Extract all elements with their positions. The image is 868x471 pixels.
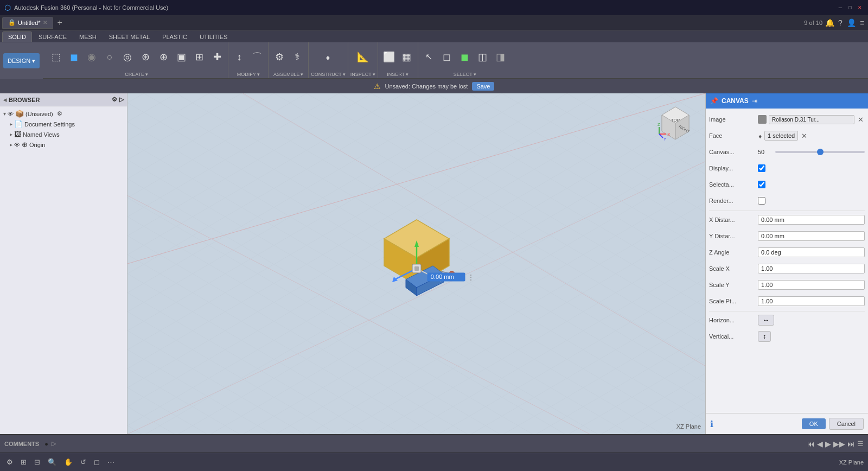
revolve-button[interactable]: ⊞ [190, 47, 208, 67]
playback-play-button[interactable]: ▶ [825, 440, 831, 448]
press-pull-button[interactable]: ↕ [231, 47, 248, 67]
browser-expand-icon[interactable]: ▷ [119, 96, 124, 103]
y-distance-input[interactable]: 0.00 mm [758, 231, 865, 241]
playback-next-button[interactable]: ▶▶ [833, 440, 845, 448]
canvas-opacity-slider[interactable] [775, 151, 865, 153]
tab-solid[interactable]: SOLID [2, 31, 32, 42]
status-more-button[interactable]: ⋯ [105, 457, 117, 467]
coil-button[interactable]: ⊛ [137, 47, 154, 67]
tab-mesh[interactable]: MESH [73, 31, 103, 42]
face-clear-button[interactable]: ✕ [800, 132, 808, 140]
insert-buttons: ⬜ ▦ [380, 43, 416, 71]
free-select-button[interactable]: ◫ [474, 47, 492, 67]
plane-button[interactable]: ⬧ [320, 47, 337, 67]
info-button[interactable]: ℹ [710, 419, 713, 429]
root-settings-icon[interactable]: ⚙ [57, 110, 62, 117]
scale-x-input[interactable]: 1.00 [758, 264, 865, 273]
tab-utilities[interactable]: UTILITIES [194, 31, 233, 42]
new-tab-button[interactable]: + [54, 18, 66, 28]
canvas-panel-expand-btn[interactable]: ⇥ [752, 97, 757, 105]
convert-button[interactable]: ◨ [492, 47, 509, 67]
comments-expand-icon[interactable]: ▷ [52, 440, 56, 447]
z-angle-input[interactable]: 0.0 deg [758, 247, 865, 257]
scale-pt-input[interactable]: 1.00 [758, 296, 865, 306]
insert-mesh-button[interactable]: ⬜ [380, 47, 398, 67]
save-button[interactable]: Save [472, 82, 494, 91]
notification-button[interactable]: 🔔 [826, 19, 833, 27]
paint-select-button[interactable]: ◼ [456, 47, 474, 67]
panel-row-face: Face ⬧ 1 selected ✕ [709, 129, 865, 142]
tab-plastic[interactable]: PLASTIC [156, 31, 193, 42]
display-label: Display... [709, 165, 758, 171]
playback-skip-end-button[interactable]: ⏭ [847, 440, 855, 448]
ok-button[interactable]: OK [802, 418, 826, 429]
design-dropdown-button[interactable]: DESIGN ▾ [3, 53, 40, 68]
browser-item-origin[interactable]: ▸ 👁 ⊕ Origin [0, 139, 127, 150]
vertical-icon-btn[interactable]: ↕ [758, 331, 771, 342]
playback-skip-start-button[interactable]: ⏮ [807, 440, 815, 448]
window-select-button[interactable]: ◻ [438, 47, 456, 67]
browser-item-doc-settings[interactable]: ▸ 📄 Document Settings [0, 119, 127, 129]
root-eye-icon[interactable]: 👁 [8, 111, 14, 117]
tab-close-button[interactable]: ✕ [43, 20, 47, 26]
x-distance-input[interactable]: 0.00 mm [758, 215, 865, 225]
account-button[interactable]: 👤 [847, 19, 855, 27]
status-grid-button[interactable]: ⊟ [32, 457, 42, 467]
sphere-button[interactable]: ○ [101, 47, 118, 67]
cursor-button[interactable]: ↖ [420, 47, 438, 67]
scale-y-input[interactable]: 1.00 [758, 280, 865, 290]
box-button[interactable]: ◼ [65, 47, 82, 67]
cube-nav-svg: TOP RIGHT X Z Y [656, 104, 694, 142]
canvas-pin-icon[interactable]: 📌 [710, 97, 718, 105]
status-zoom-button[interactable]: 🔍 [46, 457, 59, 467]
panel-row-selectable: Selecta... [709, 178, 865, 191]
cylinder-button[interactable]: ◉ [83, 47, 100, 67]
create-more-button[interactable]: ✚ [208, 47, 226, 67]
joint-button[interactable]: ⚙ [271, 47, 288, 67]
close-button[interactable]: ✕ [856, 4, 864, 11]
browser-settings-icon[interactable]: ⚙ [112, 96, 117, 103]
status-pan-button[interactable]: ✋ [62, 457, 75, 467]
status-right: XZ Plane [839, 459, 864, 466]
browser-item-root[interactable]: ▾ 👁 📦 (Unsaved) ⚙ [0, 109, 127, 119]
playback-prev-button[interactable]: ◀ [817, 440, 823, 448]
status-timeline-button[interactable]: ⊞ [18, 457, 29, 467]
menu-button[interactable]: ≡ [858, 19, 866, 27]
maximize-button[interactable]: □ [846, 4, 854, 11]
torus-button[interactable]: ◎ [119, 47, 136, 67]
help-button[interactable]: ? [837, 19, 844, 27]
tab-untitled[interactable]: 🔒 Untitled* ✕ [2, 17, 53, 29]
cube-navigator[interactable]: TOP RIGHT X Z Y [656, 104, 694, 142]
tab-surface[interactable]: SURFACE [33, 31, 73, 42]
status-view-cube-button[interactable]: ◻ [92, 457, 102, 467]
dimension-options-button[interactable]: ⋮ [467, 273, 475, 282]
image-clear-button[interactable]: ✕ [857, 116, 865, 124]
horizontal-icon-btn[interactable]: ↔ [758, 315, 774, 326]
minimize-button[interactable]: ─ [837, 4, 844, 11]
fillet-button[interactable]: ⌒ [248, 47, 266, 67]
new-component-button[interactable]: ⬚ [47, 47, 65, 67]
origin-eye-icon[interactable]: 👁 [14, 142, 20, 148]
viewport[interactable]: ⋮ TOP RIGHT X Z Y [127, 93, 705, 434]
dimension-input[interactable] [427, 273, 465, 282]
pipe-button[interactable]: ⊕ [155, 47, 172, 67]
main-content: ◂ BROWSER ⚙ ▷ ▾ 👁 📦 (Unsaved) ⚙ ▸ 📄 Docu… [0, 93, 868, 434]
status-orbit-button[interactable]: ↺ [78, 457, 88, 467]
z-angle-label: Z Angle [709, 249, 758, 256]
x-distance-label: X Distar... [709, 217, 758, 223]
canvas-opacity-value: 50 [758, 149, 773, 155]
status-display-settings-button[interactable]: ⚙ [4, 457, 15, 467]
browser-collapse-btn[interactable]: ◂ [3, 96, 7, 104]
tab-sheet-metal[interactable]: SHEET METAL [103, 31, 156, 42]
measure-button[interactable]: 📐 [354, 47, 372, 67]
extrude-button[interactable]: ▣ [173, 47, 190, 67]
insert-dxf-button[interactable]: ▦ [398, 47, 416, 67]
browser-item-named-views[interactable]: ▸ 🖼 Named Views [0, 129, 127, 139]
timeline-filter-button[interactable]: ☰ [857, 440, 864, 448]
as-built-joint-button[interactable]: ⚕ [289, 47, 306, 67]
selectable-checkbox[interactable] [758, 181, 765, 188]
render-checkbox[interactable] [758, 197, 765, 205]
canvas-opacity-slider-container: 50 [758, 149, 865, 155]
display-checkbox[interactable] [758, 164, 765, 172]
cancel-button[interactable]: Cancel [829, 418, 864, 430]
